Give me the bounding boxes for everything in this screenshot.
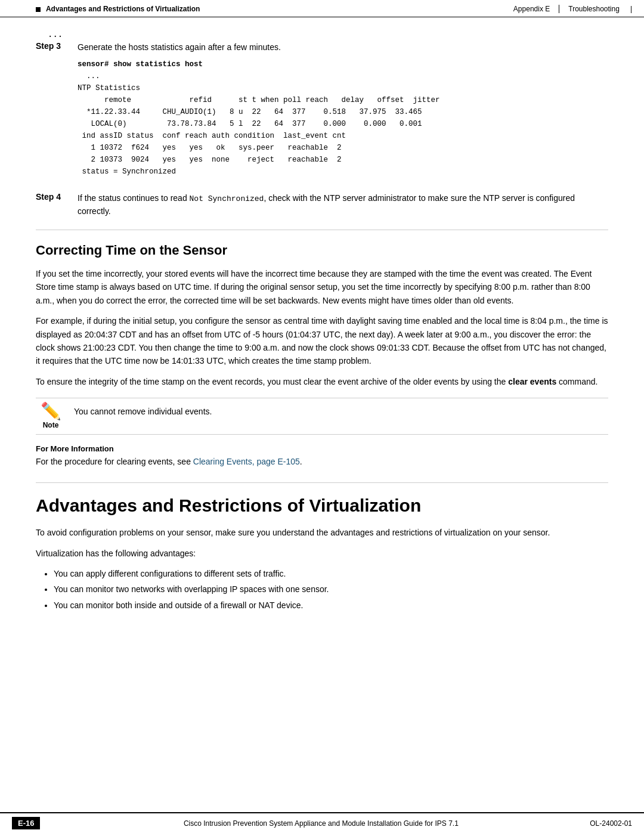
for-more-text: For the procedure for clearing events, s… bbox=[36, 456, 608, 468]
step3-code: sensor# show statistics host ... NTP Sta… bbox=[78, 58, 608, 178]
footer-doc-title: Cisco Intrusion Prevention System Applia… bbox=[52, 819, 590, 828]
divider-1 bbox=[36, 230, 608, 230]
note-label: Note bbox=[43, 421, 59, 429]
step3-command: sensor# show statistics host bbox=[78, 58, 608, 70]
step3-container: Step 3 Generate the hosts statistics aga… bbox=[36, 41, 608, 182]
step3-content: Generate the hosts statistics again afte… bbox=[78, 41, 608, 182]
step3-label: Step 3 bbox=[36, 41, 66, 182]
chapter-heading: Advantages and Restrictions of Virtualiz… bbox=[36, 495, 608, 516]
virtualization-para2: Virtualization has the following advanta… bbox=[36, 547, 608, 560]
section-label: Troubleshooting bbox=[568, 5, 620, 13]
step4-inline-code: Not Synchronized bbox=[190, 194, 264, 203]
ellipsis-top: ... bbox=[48, 29, 608, 39]
breadcrumb: Advantages and Restrictions of Virtualiz… bbox=[36, 5, 200, 13]
for-more-info: For More Information For the procedure f… bbox=[36, 444, 608, 468]
bullet-2: You can monitor two networks with overla… bbox=[54, 583, 608, 596]
pencil-icon: ✏️ bbox=[41, 403, 61, 420]
note-text: You cannot remove individual events. bbox=[74, 403, 212, 418]
main-content: ... Step 3 Generate the hosts statistics… bbox=[0, 17, 644, 654]
clear-events-bold: clear events bbox=[508, 377, 556, 386]
divider-2 bbox=[36, 482, 608, 483]
step4-content: If the status continues to read Not Sync… bbox=[78, 192, 608, 218]
note-icon-area: ✏️ Note bbox=[36, 403, 66, 429]
section-correcting-heading: Correcting Time on the Sensor bbox=[36, 242, 608, 259]
footer-doc-num: OL-24002-01 bbox=[590, 819, 632, 828]
appendix-label: Appendix E bbox=[513, 5, 550, 13]
page-footer: E-16 Cisco Intrusion Prevention System A… bbox=[0, 812, 644, 833]
bullet-1: You can apply different configurations t… bbox=[54, 567, 608, 580]
note-box: ✏️ Note You cannot remove individual eve… bbox=[36, 398, 608, 435]
clearing-events-link[interactable]: Clearing Events, page E-105 bbox=[193, 457, 300, 466]
step4-text: If the status continues to read Not Sync… bbox=[78, 192, 608, 218]
correcting-para1: If you set the time incorrectly, your st… bbox=[36, 267, 608, 307]
correcting-para2: For example, if during the initial setup… bbox=[36, 314, 608, 368]
step4-label: Step 4 bbox=[36, 192, 66, 218]
page-number: E-16 bbox=[12, 817, 40, 829]
step3-output: ... NTP Statistics remote refid st t whe… bbox=[78, 70, 608, 178]
advantages-list: You can apply different configurations t… bbox=[54, 567, 608, 612]
virtualization-para1: To avoid configuration problems on your … bbox=[36, 526, 608, 539]
step4-container: Step 4 If the status continues to read N… bbox=[36, 192, 608, 218]
header-nav: Appendix E Troubleshooting | bbox=[513, 5, 632, 13]
header-divider bbox=[559, 5, 559, 13]
for-more-heading: For More Information bbox=[36, 444, 608, 453]
header-end-bar: | bbox=[630, 5, 632, 13]
bullet-3: You can monitor both inside and outside … bbox=[54, 599, 608, 612]
step3-text: Generate the hosts statistics again afte… bbox=[78, 41, 608, 54]
correcting-para3: To ensure the integrity of the time stam… bbox=[36, 375, 608, 388]
